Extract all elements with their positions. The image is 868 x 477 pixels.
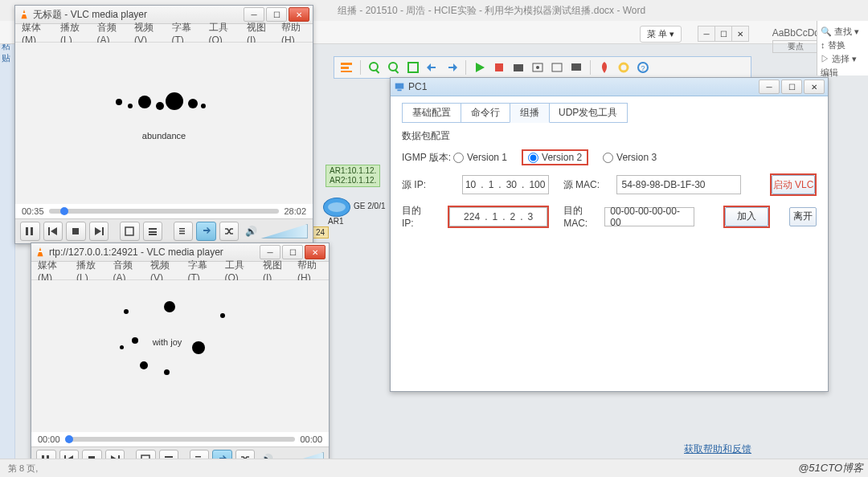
- src-mac-input[interactable]: 54-89-98-DB-1F-30: [616, 175, 742, 194]
- min-button[interactable]: ─: [244, 7, 264, 22]
- play-pause-button[interactable]: [20, 222, 40, 241]
- join-button[interactable]: 加入: [725, 207, 768, 226]
- replace-button[interactable]: ↕ 替换: [821, 39, 865, 51]
- max-button[interactable]: ☐: [781, 80, 802, 94]
- huawei-icon[interactable]: [597, 60, 612, 75]
- menu-help[interactable]: 帮助(H): [291, 259, 329, 283]
- seek-slider[interactable]: [49, 209, 280, 214]
- menu-tools[interactable]: 工具(O): [219, 259, 257, 283]
- svg-rect-47: [195, 456, 201, 458]
- time-current: 00:00: [38, 434, 60, 444]
- menu-audio[interactable]: 音频(A): [91, 21, 129, 46]
- menu-subtitle[interactable]: 字幕(T): [166, 21, 203, 46]
- svg-rect-51: [397, 90, 401, 92]
- ensp-menu-button[interactable]: 菜 单 ▾: [640, 26, 682, 43]
- min-button[interactable]: ─: [260, 245, 280, 259]
- tab-udp[interactable]: UDP发包工具: [549, 103, 628, 123]
- tab-multicast[interactable]: 组播: [510, 103, 550, 123]
- max-button[interactable]: ☐: [282, 245, 303, 259]
- stop-button[interactable]: [66, 222, 86, 241]
- seek-slider[interactable]: [65, 437, 296, 442]
- snapshot-icon[interactable]: [530, 60, 545, 75]
- align-icon[interactable]: [339, 60, 354, 75]
- speaker-icon[interactable]: 🔊: [245, 226, 257, 237]
- svg-rect-13: [552, 63, 562, 71]
- video-caption: abundance: [142, 131, 186, 141]
- watermark: @51CTO博客: [798, 461, 863, 475]
- igmp-v3-radio[interactable]: Version 3: [603, 152, 657, 163]
- menu-video[interactable]: 视频(V): [144, 259, 182, 283]
- zoom-out-icon[interactable]: [387, 60, 401, 75]
- igmp-v1-radio[interactable]: Version 1: [453, 152, 507, 163]
- tab-cli[interactable]: 命令行: [461, 103, 510, 123]
- word-statusbar: 第 8 页,: [0, 459, 868, 477]
- menu-tools[interactable]: 工具(O): [203, 21, 241, 46]
- find-menu[interactable]: 🔍 查找 ▾: [821, 26, 865, 38]
- stop-device-icon[interactable]: [492, 60, 506, 75]
- badge-overlay: 24: [312, 226, 329, 238]
- loop-button[interactable]: [196, 222, 216, 241]
- ensp-minimize[interactable]: ─: [698, 26, 715, 42]
- menu-audio[interactable]: 音频(A): [107, 259, 145, 283]
- start-vlc-button[interactable]: 启动 VLC: [772, 175, 815, 194]
- capture-icon[interactable]: [511, 60, 526, 75]
- svg-rect-19: [22, 13, 26, 14]
- src-ip-input[interactable]: 10.1.30.100: [462, 175, 549, 194]
- menu-playback[interactable]: 播放(L): [54, 21, 90, 46]
- zoom-fit-icon[interactable]: [406, 60, 420, 75]
- zoom-in-icon[interactable]: [367, 60, 382, 75]
- next-button[interactable]: [89, 222, 109, 241]
- start-device-icon[interactable]: [473, 60, 487, 75]
- feedback-link[interactable]: 获取帮助和反馈: [684, 442, 751, 456]
- vlc-stream-timebar: 00:00 00:00: [31, 432, 329, 446]
- dst-ip-input[interactable]: 224.1.2.3: [449, 207, 547, 226]
- ensp-maximize[interactable]: ☐: [714, 26, 732, 42]
- select-menu[interactable]: ▷ 选择 ▾: [821, 53, 865, 65]
- shuffle-button[interactable]: [219, 222, 240, 241]
- svg-rect-33: [179, 233, 185, 234]
- volume-slider[interactable]: [260, 224, 307, 238]
- screen-icon[interactable]: [569, 60, 583, 75]
- svg-rect-44: [165, 456, 173, 458]
- svg-marker-25: [95, 227, 101, 235]
- menu-view[interactable]: 视图(I): [240, 21, 275, 46]
- menu-playback[interactable]: 播放(L): [70, 259, 106, 283]
- help-icon[interactable]: ?: [636, 60, 650, 75]
- undo-icon[interactable]: [425, 60, 440, 75]
- menu-view[interactable]: 视图(I): [256, 259, 291, 283]
- src-mac-label: 源 MAC:: [563, 178, 602, 192]
- router-label: AR1: [328, 217, 343, 226]
- close-button[interactable]: ✕: [804, 80, 825, 94]
- redo-icon[interactable]: [444, 60, 459, 75]
- fullscreen-button[interactable]: [120, 222, 140, 241]
- vlc-main-menubar: 媒体(M) 播放(L) 音频(A) 视频(V) 字幕(T) 工具(O) 视图(I…: [15, 24, 313, 43]
- port-label: GE 2/0/1: [354, 202, 385, 210]
- src-ip-label: 源 IP:: [402, 178, 448, 192]
- time-current: 00:35: [22, 206, 44, 216]
- leave-button[interactable]: 离开: [789, 207, 817, 226]
- svg-rect-29: [149, 231, 157, 233]
- ensp-toolbar: ?: [334, 56, 751, 79]
- tab-basic[interactable]: 基础配置: [402, 103, 461, 123]
- min-button[interactable]: ─: [759, 80, 780, 94]
- menu-video[interactable]: 视频(V): [128, 21, 166, 46]
- menu-media[interactable]: 媒体(M): [15, 21, 54, 46]
- close-button[interactable]: ✕: [289, 7, 309, 22]
- dst-mac-input[interactable]: 00-00-00-00-00-00: [604, 207, 694, 226]
- menu-media[interactable]: 媒体(M): [31, 259, 70, 283]
- menu-help[interactable]: 帮助(H): [275, 21, 313, 46]
- console-icon[interactable]: [550, 60, 564, 75]
- pc1-titlebar[interactable]: PC1 ─ ☐ ✕: [391, 78, 828, 96]
- ensp-close[interactable]: ✕: [731, 26, 749, 42]
- max-button[interactable]: ☐: [266, 7, 287, 22]
- prev-button[interactable]: [43, 222, 63, 241]
- igmp-v2-radio[interactable]: Version 2: [528, 152, 582, 163]
- playlist-button[interactable]: [174, 222, 194, 241]
- settings-icon[interactable]: [616, 60, 631, 75]
- close-button[interactable]: ✕: [305, 245, 326, 259]
- ext-settings-button[interactable]: [143, 222, 163, 241]
- menu-subtitle[interactable]: 字幕(T): [182, 259, 219, 283]
- svg-rect-7: [408, 63, 418, 72]
- router-node[interactable]: [323, 198, 350, 217]
- svg-marker-8: [476, 63, 485, 72]
